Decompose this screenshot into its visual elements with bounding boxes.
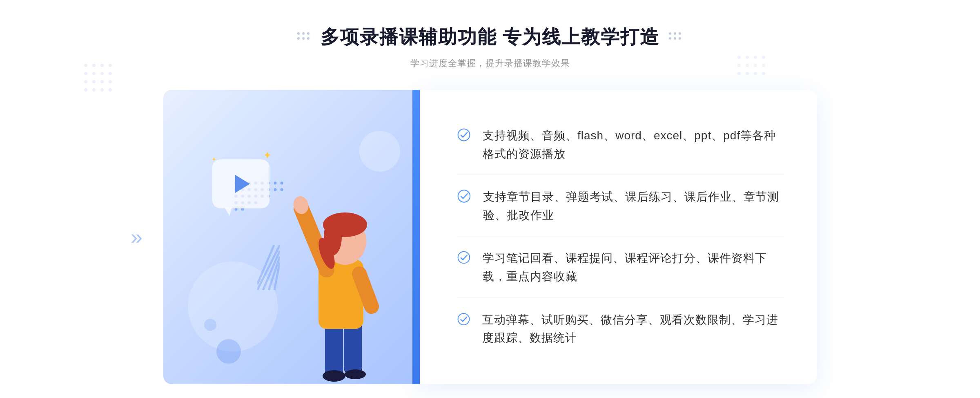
svg-point-2 [100, 64, 104, 67]
title-dots-right [668, 31, 684, 43]
subtitle: 学习进度全掌握，提升录播课教学效果 [296, 57, 684, 69]
svg-point-9 [92, 80, 96, 83]
feature-item-1: 支持视频、音频、flash、word、excel、ppt、pdf等各种格式的资源… [457, 115, 784, 175]
svg-point-31 [297, 37, 300, 40]
human-figure-illustration [274, 172, 404, 384]
svg-point-6 [100, 72, 104, 75]
svg-point-19 [762, 56, 765, 59]
play-button-bubble[interactable] [212, 159, 270, 208]
svg-point-17 [746, 56, 749, 59]
svg-point-4 [84, 72, 87, 75]
svg-point-39 [679, 37, 681, 40]
illustration-panel: ✦ ✦ [163, 90, 416, 384]
check-icon-2 [457, 188, 471, 204]
svg-point-87 [458, 129, 470, 141]
page-container: 多项录播课辅助功能 专为线上教学打造 学习进度全掌握，提升录播课教学效果 » [0, 0, 980, 398]
svg-point-35 [674, 32, 676, 35]
svg-point-3 [109, 64, 112, 67]
check-icon-1 [457, 127, 470, 143]
svg-point-25 [746, 72, 749, 75]
svg-point-85 [345, 369, 366, 379]
svg-point-11 [109, 80, 112, 83]
deco-circle-bottom-left [216, 339, 241, 364]
main-title: 多项录播课辅助功能 专为线上教学打造 [321, 25, 660, 50]
header-section: 多项录播课辅助功能 专为线上教学打造 学习进度全掌握，提升录播课教学效果 [296, 25, 684, 69]
illus-circle-medium [359, 131, 400, 172]
decorative-dots-right [735, 53, 776, 94]
svg-point-26 [754, 72, 757, 75]
svg-point-30 [307, 32, 310, 35]
blue-accent-sidebar [412, 90, 420, 384]
svg-point-14 [100, 88, 104, 92]
svg-point-32 [302, 37, 305, 40]
svg-point-7 [109, 72, 112, 75]
svg-point-16 [737, 56, 741, 59]
feature-item-3: 学习笔记回看、课程提问、课程评论打分、课件资料下载，重点内容收藏 [457, 238, 784, 298]
feature-text-1: 支持视频、音频、flash、word、excel、ppt、pdf等各种格式的资源… [483, 127, 784, 163]
svg-point-13 [92, 88, 96, 92]
svg-point-33 [307, 37, 310, 40]
svg-point-8 [84, 80, 87, 83]
title-dots-left [296, 31, 312, 43]
svg-point-20 [737, 64, 741, 67]
svg-point-34 [669, 32, 671, 35]
svg-point-18 [754, 56, 757, 59]
play-triangle-icon [235, 175, 250, 193]
svg-point-0 [84, 64, 87, 67]
svg-point-36 [679, 32, 681, 35]
svg-point-38 [674, 37, 676, 40]
sparkle-icon-2: ✦ [212, 156, 216, 163]
svg-point-84 [323, 370, 345, 382]
svg-point-22 [754, 64, 757, 67]
svg-point-29 [302, 32, 305, 35]
title-row: 多项录播课辅助功能 专为线上教学打造 [296, 25, 684, 50]
svg-point-37 [669, 37, 671, 40]
svg-point-10 [100, 80, 104, 83]
svg-point-89 [458, 252, 470, 264]
left-chevron-icon: » [131, 225, 143, 249]
check-icon-4 [457, 311, 470, 327]
check-icon-3 [457, 249, 470, 266]
svg-point-88 [458, 190, 470, 202]
content-area: » [163, 90, 817, 384]
feature-text-3: 学习笔记回看、课程提问、课程评论打分、课件资料下载，重点内容收藏 [483, 249, 784, 286]
decorative-dots-left [82, 61, 131, 110]
feature-item-2: 支持章节目录、弹题考试、课后练习、课后作业、章节测验、批改作业 [457, 177, 784, 237]
svg-point-90 [458, 313, 470, 325]
svg-point-28 [297, 32, 300, 35]
svg-point-15 [109, 88, 112, 92]
svg-point-12 [84, 88, 87, 92]
svg-point-23 [762, 64, 765, 67]
features-panel: 支持视频、音频、flash、word、excel、ppt、pdf等各种格式的资源… [416, 90, 817, 384]
svg-point-27 [762, 72, 765, 75]
feature-item-4: 互动弹幕、试听购买、微信分享、观看次数限制、学习进度跟踪、数据统计 [457, 300, 784, 359]
svg-point-5 [92, 72, 96, 75]
svg-point-24 [737, 72, 741, 75]
feature-text-4: 互动弹幕、试听购买、微信分享、观看次数限制、学习进度跟踪、数据统计 [482, 311, 784, 348]
deco-circle-tiny [204, 319, 216, 331]
svg-point-21 [746, 64, 749, 67]
feature-text-2: 支持章节目录、弹题考试、课后练习、课后作业、章节测验、批改作业 [483, 188, 784, 225]
sparkle-icon-1: ✦ [263, 150, 271, 161]
svg-point-1 [92, 64, 96, 67]
